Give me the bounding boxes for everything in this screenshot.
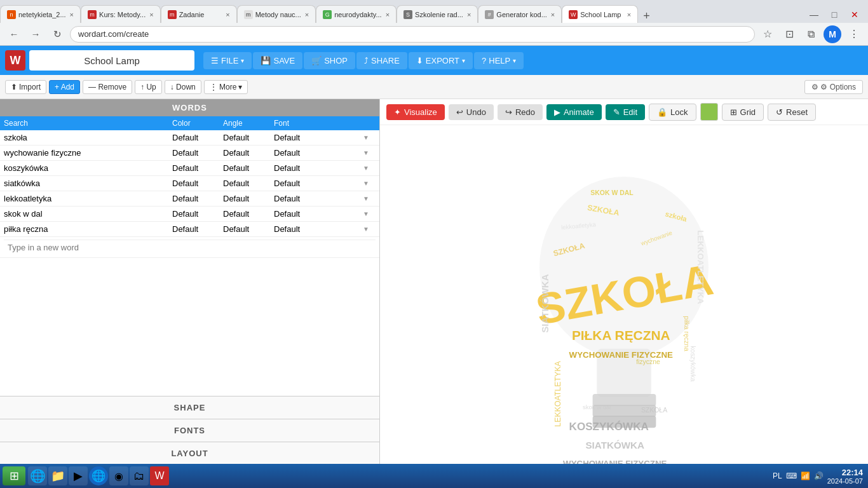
word-font: Default <box>274 179 363 188</box>
browser-window-controls: — □ ✕ <box>806 6 868 23</box>
table-row[interactable]: szkoła Default Default Default ▼ <box>0 130 379 146</box>
help-menu-button[interactable]: ? HELP ▾ <box>474 52 524 69</box>
taskbar-browser-icon[interactable]: 🌐 <box>89 466 108 485</box>
visualize-button[interactable]: ✦ Visualize <box>386 104 445 120</box>
taskbar-folder-icon[interactable]: 📁 <box>48 466 67 485</box>
up-button[interactable]: ↑ Up <box>135 80 162 94</box>
table-row[interactable]: siatkówka Default Default Default ▼ <box>0 176 379 191</box>
shop-menu-button[interactable]: 🛒 SHOP <box>304 52 355 69</box>
options-button[interactable]: ⚙ ⚙ Options <box>804 80 863 94</box>
new-tab-button[interactable]: + <box>638 10 655 23</box>
tab-netetykieta[interactable]: n netetykieta_2... × <box>0 5 81 23</box>
tab-metody[interactable]: m Metody nauc... × <box>237 5 316 23</box>
taskbar-files-icon[interactable]: 🗂 <box>130 466 149 485</box>
import-button[interactable]: ⬆ Import <box>5 80 46 94</box>
lock-label: Lock <box>670 107 688 117</box>
table-row[interactable]: lekkoatletyka Default Default Default ▼ <box>0 191 379 207</box>
redo-button[interactable]: ↪ Redo <box>498 104 543 120</box>
table-row[interactable]: skok w dal Default Default Default ▼ <box>0 207 379 222</box>
extensions-button[interactable]: ⧉ <box>802 25 820 43</box>
cloud-word-szkola-bottom: SZKOŁA <box>641 407 667 414</box>
app-title-input[interactable] <box>29 50 194 71</box>
export-label: EXPORT <box>426 56 459 65</box>
save-menu-button[interactable]: 💾 SAVE <box>253 52 302 69</box>
cloud-toolbar: ✦ Visualize ↩ Undo ↪ Redo ▶ Animate ✎ Ed… <box>380 99 868 125</box>
share-menu-button[interactable]: ⤴ SHARE <box>356 52 407 69</box>
visualize-label: Visualize <box>404 107 437 117</box>
tab-close[interactable]: × <box>547 11 555 18</box>
undo-button[interactable]: ↩ Undo <box>449 104 494 120</box>
refresh-button[interactable]: ↻ <box>48 25 66 43</box>
tab-close[interactable]: × <box>301 11 309 18</box>
layout-section[interactable]: LAYOUT <box>0 442 379 465</box>
cloud-word-pilka: PIŁKA RĘCZNA <box>572 328 670 342</box>
taskbar: ⊞ 🌐 📁 ▶ 🌐 ◉ 🗂 W PL ⌨ 📶 🔊 22:14 2024-05-0… <box>0 464 868 488</box>
forward-button[interactable]: → <box>27 25 44 43</box>
reset-button[interactable]: ↺ Reset <box>768 104 816 121</box>
edit-button[interactable]: ✎ Edit <box>606 104 645 120</box>
color-swatch[interactable] <box>700 103 718 121</box>
tab-close[interactable]: × <box>222 11 229 18</box>
words-toolbar: ⬆ Import + Add — Remove ↑ Up ↓ Down ⋮ Mo… <box>0 75 868 99</box>
remove-button[interactable]: — Remove <box>83 80 132 94</box>
tab-schoollamp[interactable]: W School Lamp × <box>562 5 638 23</box>
add-button[interactable]: + Add <box>49 80 80 94</box>
url-text: wordart.com/create <box>78 29 149 39</box>
table-row[interactable]: wychowanie fizyczne Default Default Defa… <box>0 146 379 161</box>
file-menu-button[interactable]: ☰ FILE ▾ <box>203 52 252 69</box>
animate-button[interactable]: ▶ Animate <box>546 104 602 120</box>
export-caret: ▾ <box>462 57 465 64</box>
tab-generator[interactable]: # Generator kod... × <box>478 5 562 23</box>
taskbar-word-icon[interactable]: W <box>150 466 169 485</box>
grid-button[interactable]: ⊞ Grid <box>722 104 764 121</box>
row-dropdown[interactable]: ▼ <box>363 165 376 172</box>
tab-zadanie[interactable]: m Zadanie × <box>161 5 237 23</box>
word-font: Default <box>274 209 363 219</box>
row-dropdown[interactable]: ▼ <box>363 210 376 217</box>
edit-icon: ✎ <box>613 107 620 117</box>
export-menu-button[interactable]: ⬇ EXPORT ▾ <box>409 52 473 69</box>
row-dropdown[interactable]: ▼ <box>363 134 376 141</box>
bookmark-button[interactable]: ☆ <box>759 25 776 43</box>
row-dropdown[interactable]: ▼ <box>363 149 376 156</box>
taskbar-ie-icon[interactable]: 🌐 <box>28 466 47 485</box>
word-text: szkoła <box>4 133 172 142</box>
url-input[interactable]: wordart.com/create <box>70 26 755 43</box>
back-button[interactable]: ← <box>5 25 23 43</box>
tab-close[interactable]: × <box>146 11 153 18</box>
shape-section[interactable]: SHAPE <box>0 396 379 419</box>
taskbar-media-icon[interactable]: ▶ <box>69 466 88 485</box>
tab-kurs[interactable]: m Kurs: Metody... × <box>81 5 161 23</box>
cast-button[interactable]: ⊡ <box>780 25 798 43</box>
table-row[interactable]: piłka ręczna Default Default Default ▼ <box>0 222 379 237</box>
menu-button[interactable]: ⋮ <box>845 25 863 43</box>
cloud-word-koszykowka: KOSZYKÓWKA <box>569 421 649 433</box>
lock-button[interactable]: 🔒 Lock <box>649 104 696 121</box>
app-menu: ☰ FILE ▾ 💾 SAVE 🛒 SHOP ⤴ SHARE ⬇ EXPORT … <box>203 52 524 69</box>
close-button[interactable]: ✕ <box>846 6 863 23</box>
fonts-section[interactable]: FONTS <box>0 419 379 442</box>
taskbar-chrome-icon[interactable]: ◉ <box>109 466 128 485</box>
new-word-input[interactable] <box>4 240 376 255</box>
tab-bar: n netetykieta_2... × m Kurs: Metody... ×… <box>0 0 868 23</box>
down-button[interactable]: ↓ Down <box>165 80 201 94</box>
more-button[interactable]: ⋮ More ▾ <box>204 80 248 94</box>
word-font: Default <box>274 148 363 158</box>
tab-close[interactable]: × <box>623 11 631 18</box>
redo-label: Redo <box>515 107 535 117</box>
tab-neuro[interactable]: G neurodydakty... × <box>316 5 397 23</box>
tab-close[interactable]: × <box>463 11 471 18</box>
file-menu-icon: ☰ <box>211 56 219 65</box>
tab-close[interactable]: × <box>66 11 74 18</box>
minimize-button[interactable]: — <box>806 6 822 23</box>
maximize-button[interactable]: □ <box>826 6 843 23</box>
row-dropdown[interactable]: ▼ <box>363 195 376 202</box>
row-dropdown[interactable]: ▼ <box>363 180 376 187</box>
row-dropdown[interactable]: ▼ <box>363 226 376 233</box>
table-row[interactable]: koszykówka Default Default Default ▼ <box>0 161 379 176</box>
words-table: Search Color Angle Font szkoła Default D… <box>0 116 379 396</box>
start-button[interactable]: ⊞ <box>3 466 25 485</box>
tab-close[interactable]: × <box>382 11 390 18</box>
profile-button[interactable]: M <box>824 25 841 43</box>
tab-szkolenie[interactable]: S Szkolenie rad... × <box>397 5 478 23</box>
